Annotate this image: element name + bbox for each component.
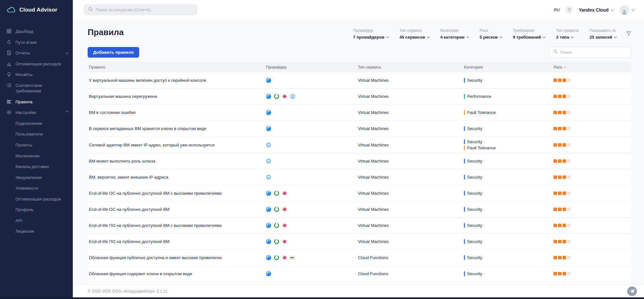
- table-row[interactable]: End-of-life ОС на публично доступной ВМV…: [88, 201, 631, 218]
- category-color-bar: [464, 223, 465, 228]
- user-menu[interactable]: [620, 5, 634, 15]
- filter-page-size[interactable]: Показывать по25 записей: [590, 28, 616, 40]
- global-search[interactable]: [84, 5, 197, 15]
- table-row[interactable]: End-of-life ОС на публично доступной ВМ …: [88, 185, 631, 201]
- category-color-bar: [464, 94, 465, 99]
- sidebar-subitem-api[interactable]: API: [0, 215, 73, 226]
- column-header-risk[interactable]: Риск: [553, 65, 631, 70]
- risk-level-square: [562, 143, 566, 147]
- risk-level-square: [562, 256, 566, 259]
- rule-name: ВМ может выполнять роль шлюза: [88, 156, 265, 166]
- chevron-down-icon: [632, 8, 635, 11]
- table-row[interactable]: Сетевой адаптер ВМ имеет IP-адрес, котор…: [88, 137, 631, 153]
- sidebar-subitem-projects[interactable]: Проекты: [0, 140, 73, 151]
- filter-risk[interactable]: Риск5 рисков: [480, 28, 502, 40]
- reports-icon: [6, 50, 12, 55]
- category-color-bar: [464, 239, 465, 244]
- risk-level-square: [553, 143, 557, 147]
- table-row[interactable]: В сервисе метаданных ВМ хранятся ключи в…: [88, 121, 631, 137]
- chevron-down-icon: [571, 35, 573, 38]
- filter-rule-type[interactable]: Тип правила2 типа: [556, 28, 579, 40]
- table-row[interactable]: ВМ, вероятно, имеет внешние IP-адресаVir…: [88, 169, 631, 185]
- risk-level-square: [562, 192, 566, 195]
- column-header-rule[interactable]: Правило: [88, 65, 265, 70]
- filter-category[interactable]: Категория4 категории: [440, 28, 469, 40]
- sidebar-item-reports[interactable]: Отчеты: [0, 48, 73, 59]
- rule-categories: Security: [463, 269, 553, 279]
- rule-categories: Security: [463, 220, 553, 230]
- global-search-input[interactable]: [96, 7, 193, 12]
- dashboard-icon: [6, 29, 12, 34]
- org-switcher[interactable]: Yandex Cloud: [579, 7, 614, 13]
- sidebar-subitem-cost-optimization-sub[interactable]: Оптимизация расходов: [0, 194, 73, 205]
- category-color-bar: [464, 191, 465, 196]
- sidebar-subitem-profile[interactable]: Профиль: [0, 204, 73, 215]
- support-chat-button[interactable]: [627, 286, 637, 296]
- filter-service-type[interactable]: Тип сервиса45 сервисов: [399, 28, 429, 40]
- risk-level-square: [553, 175, 557, 179]
- table-row[interactable]: Виртуальная машина перегруженаVirtual Ma…: [88, 89, 631, 105]
- table-row[interactable]: ВМ может выполнять роль шлюзаVirtual Mac…: [88, 153, 631, 169]
- filter-provider[interactable]: Провайдер7 провайдеров: [353, 28, 389, 40]
- insights-icon: [6, 72, 12, 77]
- risk-level-square: [562, 224, 566, 227]
- sidebar-subitem-users[interactable]: Пользователи: [0, 129, 73, 140]
- sidebar-item-insights[interactable]: Инсайты: [0, 69, 73, 80]
- column-header-service-type[interactable]: Тип сервиса: [357, 65, 463, 70]
- column-header-provider[interactable]: Провайдер: [265, 65, 357, 70]
- risk-level-square: [553, 272, 557, 276]
- column-header-category[interactable]: Категория: [463, 65, 553, 70]
- rule-name: End-of-life ПО на публично доступной ВМ …: [88, 220, 265, 230]
- sidebar-subitem-delivery-channels[interactable]: Каналы доставки: [0, 161, 73, 172]
- filter-funnel-icon[interactable]: [626, 31, 631, 37]
- provider-yandex-icon: [266, 126, 271, 131]
- chevron-down-icon: [66, 51, 69, 54]
- risk-level-square: [558, 159, 562, 163]
- sidebar-item-dashboard[interactable]: Дашборд: [0, 26, 73, 37]
- category-color-bar: [464, 271, 465, 276]
- category-color-bar: [464, 110, 465, 115]
- category-badge: Security: [464, 175, 550, 180]
- sidebar-subitem-notifications[interactable]: Уведомления: [0, 172, 73, 183]
- sidebar-item-rules[interactable]: Правила: [0, 97, 73, 107]
- provider-sber-icon: [274, 94, 279, 99]
- table-search-input[interactable]: [560, 50, 628, 55]
- category-badge: Security: [464, 126, 550, 131]
- rule-providers: [265, 268, 357, 279]
- sidebar-subitem-license[interactable]: Лицензия: [0, 226, 73, 237]
- risk-level-square: [553, 256, 557, 259]
- provider-yandex-icon: [266, 78, 271, 83]
- filter-requirements[interactable]: Требования9 требований: [513, 28, 545, 40]
- provider-vk-icon: [266, 142, 271, 148]
- risk-level-square: [558, 256, 562, 259]
- category-color-bar: [464, 126, 465, 131]
- sidebar-subitem-vulnerabilities[interactable]: Уязвимости: [0, 183, 73, 194]
- table-row[interactable]: Облачная функция публично доступна и име…: [88, 250, 631, 266]
- actions-row: Добавить правило: [88, 47, 631, 58]
- provider-yandex-icon: [266, 94, 271, 99]
- risk-level-square: [562, 95, 566, 98]
- risk-level-square: [562, 127, 566, 130]
- sidebar-item-attack-paths[interactable]: Пути атаки: [0, 37, 73, 48]
- sidebar-item-cost-optimization[interactable]: Оптимизация расходов: [0, 59, 73, 70]
- risk-level-square: [562, 79, 566, 82]
- logo[interactable]: Cloud Advisor: [0, 0, 73, 20]
- svg-text:aws: aws: [290, 256, 294, 258]
- table-row[interactable]: End-of-life ПО на публично доступной ВМ …: [88, 218, 631, 234]
- table-search[interactable]: [549, 47, 631, 58]
- table-row[interactable]: Облачная функция содержит ключи в открыт…: [88, 266, 631, 282]
- sidebar-item-compliance[interactable]: Соответствие требованиям: [0, 80, 73, 97]
- add-rule-button[interactable]: Добавить правило: [88, 47, 139, 58]
- rule-risk: [553, 76, 631, 85]
- chevron-up-icon: [66, 111, 69, 114]
- filter-value: 4 категории: [440, 35, 469, 40]
- table-row[interactable]: End-of-life ПО на публично доступной ВМV…: [88, 234, 631, 250]
- sidebar-subitem-connections[interactable]: Подключения: [0, 118, 73, 129]
- table-row[interactable]: У виртуальной машины включен доступ к се…: [88, 72, 631, 89]
- language-switcher[interactable]: RU: [554, 7, 560, 12]
- table-header: ПравилоПровайдерТип сервисаКатегорияРиск: [88, 62, 631, 72]
- table-row[interactable]: ВМ в состоянии ошибкиVirtual MachinesFau…: [88, 105, 631, 121]
- sidebar-subitem-exclusions[interactable]: Исключения: [0, 151, 73, 162]
- sidebar-item-settings[interactable]: Настройки: [0, 107, 73, 118]
- help-button[interactable]: ?: [565, 6, 573, 14]
